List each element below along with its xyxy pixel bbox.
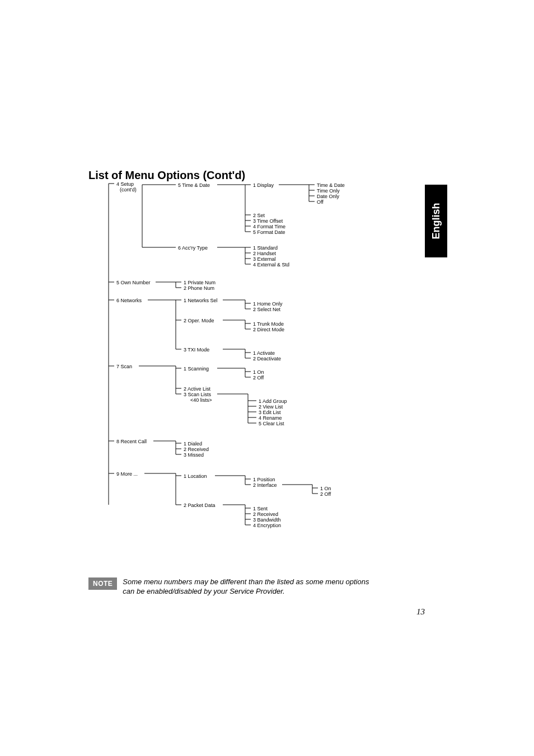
page-title: List of Menu Options (Cont'd) bbox=[88, 169, 245, 182]
page-number: 13 bbox=[416, 607, 425, 617]
menu-netsel: 1 Networks Sel bbox=[184, 298, 218, 303]
menu-accry-3: 4 External & Std bbox=[253, 262, 289, 267]
menu-packet-3: 4 Encryption bbox=[253, 523, 281, 528]
menu-disp-1: Time Only bbox=[317, 188, 340, 194]
menu-formattime: 4 Format Time bbox=[253, 224, 285, 229]
menu-packet-0: 1 Sent bbox=[253, 506, 268, 511]
menu-own-1: 2 Phone Num bbox=[184, 285, 214, 291]
menu-set: 2 Set bbox=[253, 213, 265, 218]
menu-scan-on: 1 On bbox=[253, 369, 264, 375]
menu-sl-3: 4 Rename bbox=[259, 415, 282, 421]
menu-scanlists: 3 Scan Lists bbox=[184, 392, 212, 397]
menu-location: 1 Location bbox=[184, 473, 207, 479]
menu-formatdate: 5 Format Date bbox=[253, 229, 285, 235]
menu-opermode: 2 Oper. Mode bbox=[184, 318, 214, 323]
menu-scan: 7 Scan bbox=[116, 364, 132, 369]
menu-sl-1: 2 View List bbox=[259, 404, 283, 410]
menu-scanlists-sub: <40 lists> bbox=[190, 397, 212, 403]
menu-packet: 2 Packet Data bbox=[184, 503, 216, 508]
menu-txi-0: 1 Activate bbox=[253, 350, 275, 356]
menu-recent: 8 Recent Call bbox=[116, 439, 147, 444]
note-row: NOTE Some menu numbers may be different … bbox=[88, 577, 380, 597]
menu-accry-0: 1 Standard bbox=[253, 245, 278, 251]
page: List of Menu Options (Cont'd) English 4 … bbox=[0, 0, 534, 756]
menu-scan-off: 2 Off bbox=[253, 375, 264, 381]
menu-own: 5 Own Number bbox=[116, 280, 151, 285]
language-label: English bbox=[430, 203, 442, 239]
menu-disp-0: Time & Date bbox=[317, 182, 345, 188]
menu-timeoffset: 3 Time Offset bbox=[253, 218, 283, 224]
menu-disp-3: Off bbox=[317, 199, 324, 205]
menu-networks: 6 Networks bbox=[116, 298, 142, 303]
menu-sl-0: 1 Add Group bbox=[259, 398, 287, 404]
menu-scanning: 1 Scanning bbox=[184, 366, 209, 372]
menu-loc-0: 1 Position bbox=[253, 477, 275, 482]
menu-sl-2: 3 Edit List bbox=[259, 410, 281, 415]
note-badge: NOTE bbox=[88, 577, 117, 590]
menu-oper-0: 1 Trunk Mode bbox=[253, 321, 284, 327]
menu-timedate: 5 Time & Date bbox=[178, 182, 210, 188]
menu-more: 9 More ... bbox=[116, 471, 138, 477]
menu-disp-2: Date Only bbox=[317, 194, 340, 199]
language-tab: English bbox=[425, 185, 447, 257]
menu-loc-off: 2 Off bbox=[320, 491, 331, 497]
menu-packet-1: 2 Received bbox=[253, 511, 278, 517]
menu-root: 4 Setup bbox=[116, 182, 134, 187]
menu-diagram: 4 Setup (cont'd) 5 Time & Date 1 Display… bbox=[88, 182, 402, 546]
menu-own-0: 1 Private Num bbox=[184, 280, 216, 285]
menu-accry: 6 Acc'ry Type bbox=[178, 245, 208, 251]
menu-display: 1 Display bbox=[253, 182, 274, 188]
menu-loc-on: 1 On bbox=[320, 486, 331, 491]
menu-loc-1: 2 Interface bbox=[253, 482, 277, 488]
menu-accry-2: 3 External bbox=[253, 256, 276, 262]
note-text: Some menu numbers may be different than … bbox=[123, 577, 380, 597]
menu-recent-2: 3 Missed bbox=[184, 452, 204, 458]
menu-recent-1: 2 Received bbox=[184, 447, 209, 452]
menu-txi-1: 2 Deactivate bbox=[253, 356, 281, 361]
menu-root-sub: (cont'd) bbox=[120, 187, 137, 192]
menu-recent-0: 1 Dialed bbox=[184, 441, 202, 447]
menu-activelist: 2 Active List bbox=[184, 386, 211, 392]
menu-netsel-0: 1 Home Only bbox=[253, 301, 283, 307]
menu-oper-1: 2 Direct Mode bbox=[253, 327, 284, 332]
menu-netsel-1: 2 Select Net bbox=[253, 307, 281, 312]
menu-txi: 3 TXI Mode bbox=[184, 347, 209, 353]
menu-accry-1: 2 Handset bbox=[253, 251, 277, 256]
menu-packet-2: 3 Bandwidth bbox=[253, 517, 281, 523]
menu-sl-4: 5 Clear List bbox=[259, 421, 284, 426]
